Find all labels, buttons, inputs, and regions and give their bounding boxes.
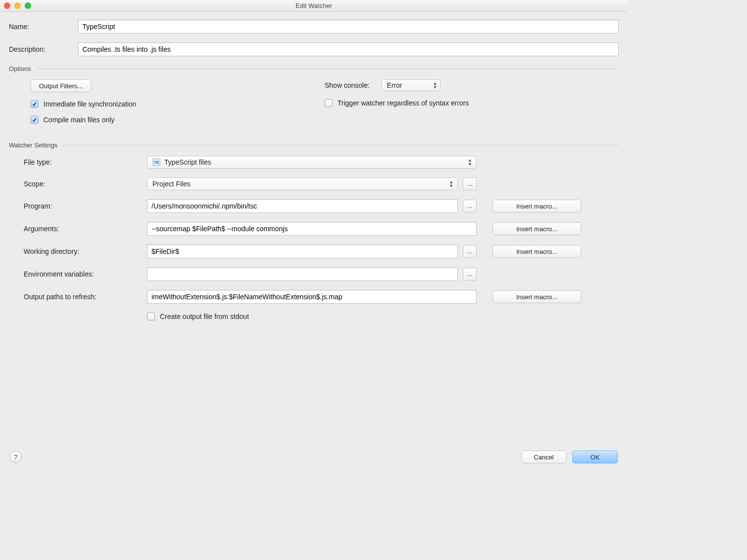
output-paths-input[interactable] xyxy=(147,290,477,304)
help-icon: ? xyxy=(14,453,18,461)
arguments-insert-macro-button[interactable]: Insert macro... xyxy=(492,222,581,235)
show-console-select[interactable]: Error ▲▼ xyxy=(381,79,441,91)
scope-select[interactable]: Project Files ▲▼ xyxy=(147,177,458,190)
output-filters-button[interactable]: Output Filters... xyxy=(31,79,91,92)
compile-main-label: Compile main files only xyxy=(43,116,114,124)
window-title: Edit Watcher xyxy=(0,2,628,9)
description-input[interactable] xyxy=(78,42,619,56)
help-button[interactable]: ? xyxy=(10,451,22,463)
output-paths-label: Output paths to refresh: xyxy=(24,293,147,301)
create-output-stdout-checkbox[interactable]: Create output file from stdout xyxy=(147,313,249,320)
cancel-button[interactable]: Cancel xyxy=(521,451,566,463)
divider xyxy=(36,69,619,69)
file-type-label: File type: xyxy=(24,158,147,166)
working-dir-label: Working directory: xyxy=(24,247,147,255)
file-type-select[interactable]: TS TypeScript files ▲▼ xyxy=(147,156,477,169)
checkbox-icon xyxy=(325,99,333,107)
name-label: Name: xyxy=(9,23,78,31)
chevron-updown-icon: ▲▼ xyxy=(468,158,472,166)
description-label: Description: xyxy=(9,45,78,53)
trigger-regardless-label: Trigger watcher regardless of syntax err… xyxy=(337,99,469,107)
checkbox-icon xyxy=(31,116,38,124)
create-output-stdout-label: Create output file from stdout xyxy=(160,313,249,320)
scope-label: Scope: xyxy=(24,180,147,188)
chevron-updown-icon: ▲▼ xyxy=(449,180,453,188)
ok-button[interactable]: OK xyxy=(572,451,618,463)
working-dir-insert-macro-button[interactable]: Insert macro... xyxy=(492,245,581,258)
watcher-settings-section-label: Watcher Settings xyxy=(9,141,58,149)
trigger-regardless-checkbox[interactable]: Trigger watcher regardless of syntax err… xyxy=(325,99,469,107)
working-dir-browse-button[interactable]: … xyxy=(463,245,477,258)
checkbox-icon xyxy=(147,313,155,320)
checkbox-icon xyxy=(31,100,38,108)
compile-main-checkbox[interactable]: Compile main files only xyxy=(31,116,114,124)
options-section-label: Options xyxy=(9,65,31,72)
dialog-footer: ? Cancel OK xyxy=(0,444,628,470)
immediate-sync-checkbox[interactable]: Immediate file synchronization xyxy=(31,100,136,108)
scope-value: Project Files xyxy=(152,180,190,188)
typescript-file-icon: TS xyxy=(152,158,160,166)
titlebar: Edit Watcher xyxy=(0,0,628,12)
program-label: Program: xyxy=(24,202,147,210)
show-console-label: Show console: xyxy=(325,81,370,89)
program-browse-button[interactable]: … xyxy=(463,200,477,212)
show-console-value: Error xyxy=(387,81,402,89)
program-insert-macro-button[interactable]: Insert macro... xyxy=(492,200,581,212)
env-vars-label: Environment variables: xyxy=(24,270,147,278)
arguments-label: Arguments: xyxy=(24,225,147,233)
divider xyxy=(63,145,619,145)
arguments-input[interactable] xyxy=(147,222,477,236)
working-dir-input[interactable] xyxy=(147,245,458,258)
immediate-sync-label: Immediate file synchronization xyxy=(43,100,136,108)
env-vars-input[interactable] xyxy=(147,267,458,281)
env-vars-browse-button[interactable]: … xyxy=(463,268,477,280)
chevron-updown-icon: ▲▼ xyxy=(433,81,437,89)
scope-browse-button[interactable]: … xyxy=(463,177,477,190)
file-type-value: TypeScript files xyxy=(164,158,211,166)
name-input[interactable] xyxy=(78,20,619,34)
program-input[interactable] xyxy=(147,199,458,213)
output-paths-insert-macro-button[interactable]: Insert macro... xyxy=(492,290,581,303)
